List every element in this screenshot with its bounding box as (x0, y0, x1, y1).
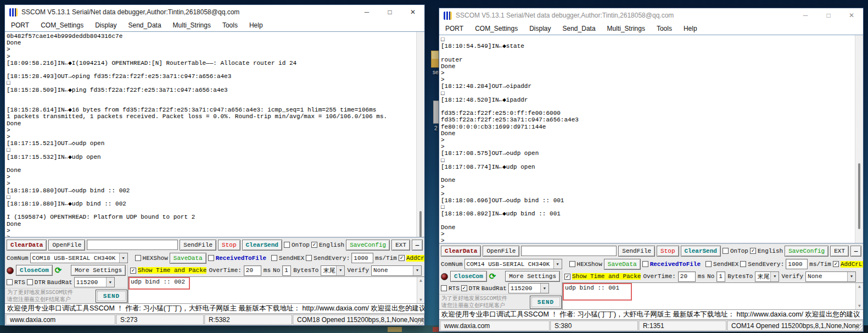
hexshow-checkbox-box[interactable] (135, 255, 141, 261)
send-text-area[interactable]: udp bind :: 001 ▲ ▼ (562, 282, 863, 309)
clear-send-button[interactable]: ClearSend (242, 240, 282, 251)
resize-grip[interactable] (855, 324, 863, 331)
scroll-up-icon[interactable]: ▲ (419, 278, 422, 283)
verify-select[interactable]: None ▼ (805, 271, 856, 282)
maximize-button[interactable]: □ (378, 5, 401, 19)
send-file-button[interactable]: SendFile (180, 240, 216, 251)
ontop-checkbox[interactable]: OnTop (723, 248, 748, 254)
dropdown-arrow-icon[interactable]: ▼ (106, 278, 114, 287)
dropdown-arrow-icon[interactable]: ▼ (553, 259, 562, 269)
english-checkbox[interactable]: ✓ English (750, 248, 783, 254)
received-to-file-checkbox[interactable]: ReceivedToFile (208, 255, 266, 262)
log-scrollbar-thumb[interactable] (419, 211, 422, 237)
english-checkbox-box[interactable]: ✓ (750, 248, 756, 254)
stop-button[interactable]: Stop (657, 246, 679, 257)
bytes-count-input[interactable]: 1 (282, 265, 291, 276)
dropdown-arrow-icon[interactable]: ▼ (119, 253, 127, 263)
dropdown-arrow-icon[interactable]: ▼ (336, 266, 344, 275)
refresh-ports-icon[interactable]: ⟳ (55, 265, 62, 276)
titlebar[interactable]: SSCOM V5.13.1 Serial/Net data debugger,A… (439, 8, 863, 23)
menu-help[interactable]: Help (684, 25, 697, 32)
send-hex-checkbox-box[interactable] (705, 261, 712, 267)
dropdown-arrow-icon[interactable]: ▼ (413, 266, 421, 275)
add-crlf-checkbox-box[interactable]: ✓ (399, 255, 405, 261)
dtr-checkbox-box[interactable]: ✓ (461, 285, 467, 291)
bytes-count-input[interactable]: 1 (716, 271, 725, 282)
ontop-checkbox-box[interactable] (284, 242, 290, 248)
verify-select[interactable]: None ▼ (371, 265, 422, 276)
close-button[interactable]: ✕ (840, 8, 863, 23)
show-time-checkbox-box[interactable]: ✓ (130, 268, 136, 274)
menu-port[interactable]: PORT (445, 25, 463, 32)
send-button[interactable]: SEND (530, 296, 562, 309)
clear-data-button[interactable]: ClearData (441, 246, 481, 257)
overtime-input[interactable]: 20 (244, 265, 261, 276)
received-to-file-checkbox-box[interactable] (642, 261, 648, 267)
resize-grip[interactable] (417, 318, 424, 325)
save-config-button[interactable]: SaveConfig (346, 240, 390, 251)
send-every-checkbox-box[interactable] (306, 255, 312, 261)
file-path-input[interactable] (87, 240, 178, 250)
com-port-select[interactable]: COM14 USB-SERIAL CH340K ▼ (464, 259, 562, 269)
collapse-panel-button[interactable]: — (850, 246, 861, 257)
maximize-button[interactable]: □ (817, 8, 840, 23)
terminal-log[interactable]: 0b482f57cae1e4b999deddb804316c7e Done > … (5, 31, 424, 237)
titlebar[interactable]: SSCOM V5.13.1 Serial/Net data debugger,A… (5, 5, 424, 19)
bytes-to-select[interactable]: 末尾 ▼ (321, 265, 345, 276)
open-file-button[interactable]: OpenFile (48, 240, 85, 251)
show-time-checkbox[interactable]: ✓ Show Time and Packe (564, 273, 641, 280)
send-hex-checkbox[interactable]: SendHEX (705, 261, 738, 268)
collapse-panel-button[interactable]: — (412, 240, 423, 251)
dropdown-arrow-icon[interactable]: ▼ (770, 272, 779, 281)
send-area-scrollbar[interactable]: ▲ ▼ (417, 277, 424, 303)
hexshow-checkbox[interactable]: HEXShow (569, 261, 602, 268)
hexshow-checkbox-box[interactable] (569, 261, 575, 267)
add-crlf-checkbox[interactable]: ✓ AddCrLf (399, 255, 424, 262)
send-every-interval-input[interactable]: 1000 (351, 253, 373, 263)
minimize-button[interactable]: ─ (355, 5, 378, 19)
dtr-checkbox[interactable]: ✓ DTR (461, 285, 480, 292)
send-every-interval-input[interactable]: 1000 (786, 259, 808, 269)
menu-multi-strings[interactable]: Multi_Strings (173, 21, 211, 29)
menu-port[interactable]: PORT (11, 21, 29, 29)
clear-data-button[interactable]: ClearData (7, 240, 47, 251)
log-scrollbar[interactable] (855, 35, 863, 243)
menu-com-settings[interactable]: COM_Settings (41, 21, 83, 29)
scroll-down-icon[interactable]: ▼ (858, 303, 861, 308)
send-hex-checkbox[interactable]: SendHEX (271, 255, 304, 262)
save-data-button[interactable]: SaveData (604, 259, 641, 270)
file-path-input[interactable] (521, 246, 617, 256)
terminal-log[interactable]: □ [18:10:54.549]IN←◆state router Done > … (439, 35, 863, 243)
menu-send-data[interactable]: Send_Data (563, 25, 596, 32)
stop-button[interactable]: Stop (218, 240, 240, 251)
add-crlf-checkbox-box[interactable]: ✓ (833, 261, 839, 267)
minimize-button[interactable]: ─ (794, 8, 817, 23)
english-checkbox[interactable]: ✓ English (311, 242, 344, 248)
menu-help[interactable]: Help (249, 21, 263, 29)
bytes-to-select[interactable]: 末尾 ▼ (755, 271, 779, 282)
ext-button[interactable]: EXT (830, 246, 849, 257)
dtr-checkbox-box[interactable] (27, 279, 33, 285)
ontop-checkbox-box[interactable] (723, 248, 729, 254)
save-config-button[interactable]: SaveConfig (785, 246, 828, 257)
save-data-button[interactable]: SaveData (170, 253, 206, 264)
close-com-button[interactable]: CloseCom (16, 265, 53, 276)
dtr-checkbox[interactable]: DTR (27, 279, 46, 286)
rts-checkbox[interactable]: RTS (441, 285, 460, 292)
ext-button[interactable]: EXT (391, 240, 410, 251)
dropdown-arrow-icon[interactable]: ▼ (540, 284, 548, 293)
ontop-checkbox[interactable]: OnTop (284, 242, 310, 248)
scroll-up-icon[interactable]: ▲ (858, 284, 861, 289)
baud-rate-select[interactable]: 115200 ▼ (508, 283, 549, 293)
english-checkbox-box[interactable]: ✓ (311, 242, 317, 248)
menu-tools[interactable]: Tools (657, 25, 672, 32)
menu-com-settings[interactable]: COM_Settings (475, 25, 518, 32)
send-every-checkbox[interactable]: SendEvery: (740, 261, 784, 268)
rts-checkbox-box[interactable] (7, 279, 13, 285)
menu-display[interactable]: Display (529, 25, 551, 32)
send-every-checkbox[interactable]: SendEvery: (306, 255, 350, 262)
scroll-down-icon[interactable]: ▼ (419, 297, 422, 302)
rts-checkbox-box[interactable] (441, 285, 447, 291)
received-to-file-checkbox[interactable]: ReceivedToFile (642, 261, 701, 268)
overtime-input[interactable]: 20 (678, 271, 696, 282)
